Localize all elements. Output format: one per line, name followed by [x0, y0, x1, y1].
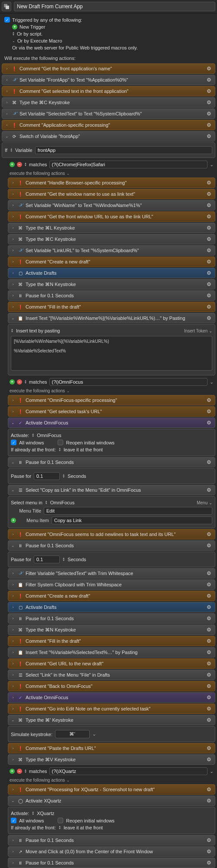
action-keystroke[interactable]: ›⌘Type the ⌘C Keystroke⚙: [2, 97, 215, 108]
macro-title-input[interactable]: [14, 2, 215, 11]
action-set-variable[interactable]: ›𝒳Set Variable "SelectedText" to Text "%…: [2, 108, 215, 119]
action-pause[interactable]: ⌄⏸Pause for 0.1 Seconds⚙: [8, 540, 215, 551]
gear-icon[interactable]: ⚙: [205, 110, 212, 117]
new-trigger-label: New Trigger: [19, 24, 45, 30]
regex-input[interactable]: [49, 767, 207, 775]
reopen-check[interactable]: [58, 440, 63, 445]
gear-icon[interactable]: ⚙: [205, 76, 212, 83]
action-keystroke[interactable]: ›⌘Type the ⌘V Keystroke⚙: [8, 754, 215, 765]
pause-value-input[interactable]: [34, 472, 60, 480]
gear-icon[interactable]: ⚙: [205, 65, 212, 72]
action-comment[interactable]: ›❗Comment "Get the front window URL to u…: [8, 211, 215, 222]
variable-icon: 𝒳: [11, 111, 17, 117]
action-comment[interactable]: ›❗Comment "Get URL to the new draft"⚙: [8, 658, 215, 669]
menu-title-input[interactable]: [44, 507, 212, 515]
switch-icon: ⟳: [11, 133, 17, 139]
action-set-variable[interactable]: ›𝒳Set Variable "FrontApp" to Text "%Appl…: [2, 75, 215, 85]
action-activate[interactable]: ›▢Activate Drafts⚙: [8, 602, 215, 612]
action-insert-text[interactable]: ›📋Insert Text "%Variable%SelectedText%…"…: [8, 647, 215, 658]
add-case-button[interactable]: +: [10, 162, 15, 167]
action-keystroke[interactable]: ›⌘Type the ⌘C Keystroke⚙: [8, 234, 215, 244]
gear-icon[interactable]: ⚙: [205, 133, 212, 140]
menu-item-input[interactable]: [52, 516, 212, 524]
variable-name-input[interactable]: [35, 146, 212, 154]
trigger-enabled-check[interactable]: ✓: [4, 17, 10, 23]
action-comment[interactable]: ›❗Comment "Back to OmniFocus"⚙: [8, 681, 215, 691]
action-comment[interactable]: ›❗Comment "Get the window name to use as…: [8, 189, 215, 199]
action-activate[interactable]: ›✓Activate OmniFocus⚙: [8, 692, 215, 703]
insert-token-button[interactable]: Insert Token ⌄: [184, 329, 212, 333]
titlebar: [0, 0, 217, 13]
comment-icon: ❗: [11, 66, 17, 72]
action-filter[interactable]: ›📋Filter System Clipboard with Trim Whit…: [8, 579, 215, 590]
reopen-check[interactable]: [58, 818, 63, 823]
regex-input[interactable]: [49, 378, 207, 386]
gear-icon[interactable]: ⚙: [205, 88, 212, 95]
action-comment[interactable]: ›❗Comment "Get selected text in the fron…: [2, 86, 215, 96]
add-case-button[interactable]: +: [10, 379, 15, 385]
action-pause[interactable]: ›⏸Pause for 0.1 Seconds⚙: [8, 613, 215, 624]
action-pause[interactable]: ⌄⏸Pause for 0.1 Seconds⚙: [8, 457, 215, 467]
action-set-variable[interactable]: ›𝒳Set Variable "WinName" to Text "%Windo…: [8, 200, 215, 210]
add-menu-item[interactable]: +: [11, 518, 16, 523]
action-keystroke[interactable]: ›⌘Type the ⌘N Keystroke⚙: [8, 625, 215, 635]
action-move-click[interactable]: ›↗Move and Click at (0,0) from the Cente…: [8, 846, 215, 857]
app-icon: ▢: [17, 270, 23, 276]
action-comment[interactable]: ›❗Comment "Create a new draft"⚙: [8, 591, 215, 601]
remove-case-button[interactable]: −: [17, 379, 22, 385]
action-comment[interactable]: ›❗Comment "Fill in the draft"⚙: [8, 302, 215, 312]
action-activate[interactable]: ⌄✓Activate OmniFocus⚙: [8, 418, 215, 428]
add-case-button[interactable]: +: [10, 769, 15, 774]
action-comment[interactable]: ›❗Comment "Create a new draft"⚙: [8, 256, 215, 267]
menu-icon: ☰: [17, 487, 23, 493]
gear-icon[interactable]: ⚙: [205, 99, 212, 106]
action-switch[interactable]: ⌄⟳Switch of Variable "frontApp"⚙: [2, 131, 215, 141]
insert-text-content[interactable]: [%Variable%WinName%](%Variable%LinkURL%)…: [11, 336, 212, 371]
action-comment[interactable]: ›❗Comment "OmniFocus seems to add newlin…: [8, 529, 215, 539]
remove-case-button[interactable]: −: [17, 162, 22, 167]
keyboard-icon: ⌘: [11, 99, 17, 105]
regex-input[interactable]: [49, 161, 207, 168]
keystroke-display[interactable]: ⌘': [55, 730, 90, 738]
action-keystroke[interactable]: ›⌘Type the ⌘L Keystroke⚙: [8, 223, 215, 233]
updown-icon[interactable]: ▲▼: [24, 162, 27, 167]
updown-icon[interactable]: ▲▼: [10, 148, 13, 152]
add-trigger-button[interactable]: +: [12, 24, 17, 30]
triggers-section: ✓Triggered by any of the following: +New…: [0, 13, 217, 54]
all-windows-check[interactable]: ✓: [11, 440, 16, 445]
menu-dropdown[interactable]: Menu ⌄: [197, 500, 212, 505]
action-activate[interactable]: ⌄◯Activate XQuartz⚙: [8, 796, 215, 806]
keystroke-panel: Simulate keystroke:⌘'⌄: [8, 726, 215, 742]
action-comment[interactable]: ›❗Comment "Get the front application's n…: [2, 63, 215, 74]
action-keystroke[interactable]: ›⌘Type the ⌘N Keystroke⚙: [8, 279, 215, 289]
action-pause[interactable]: ›⏸Pause for 0.1 Seconds⚙: [8, 290, 215, 301]
action-pause[interactable]: ›⏸Pause for 0.1 Seconds⚙: [8, 858, 215, 868]
action-comment[interactable]: ›❗Comment "Handle Browser-specific proce…: [8, 178, 215, 188]
menu-panel: Select menu in▲▼OmniFocusMenu ⌄ Menu Tit…: [8, 496, 215, 528]
action-set-variable[interactable]: ›𝒳Set Variable "LinkURL" to Text "%Syste…: [8, 245, 215, 256]
action-keystroke[interactable]: ⌄⌘Type the ⌘' Keystroke⚙: [8, 715, 215, 725]
action-comment[interactable]: ›❗Comment "Processing for XQuartz - Scre…: [8, 784, 215, 795]
action-comment[interactable]: ›❗Comment "OmniFocus-specific processing…: [8, 395, 215, 405]
action-comment[interactable]: ›❗Comment "Go into Edit Note on the curr…: [8, 704, 215, 714]
chevron-right-icon: ›: [5, 66, 9, 71]
action-select-menu[interactable]: ›☰Select "Link" in the Menu "File" in Dr…: [8, 670, 215, 680]
activate-panel: Activate:▲▼XQuartz ✓All windowsReopen in…: [8, 807, 215, 834]
all-windows-check[interactable]: ✓: [11, 818, 16, 823]
case-header: + − ▲▼ matches ⌄: [6, 159, 217, 170]
case-header: + − ▲▼ matches ⌄: [6, 766, 217, 777]
action-select-menu[interactable]: ⌄☰Select "Copy as Link" in the Menu "Edi…: [8, 485, 215, 495]
action-comment[interactable]: ›❗Comment "Paste the Drafts URL"⚙: [8, 743, 215, 753]
action-filter[interactable]: ›𝒳Filter Variable "SelectedText" with Tr…: [8, 568, 215, 579]
gear-icon[interactable]: ⚙: [205, 122, 212, 128]
action-activate[interactable]: ›▢Activate Drafts⚙: [8, 268, 215, 278]
insert-text-panel: ▲▼Insert text by pastingInsert Token ⌄ […: [8, 324, 215, 375]
action-comment[interactable]: ›❗Comment "Application-specific processi…: [2, 120, 215, 130]
pause-value-input[interactable]: [34, 556, 60, 563]
action-insert-text[interactable]: ⌄📋Insert Text "[%Variable%WinName%](%Var…: [8, 313, 215, 323]
action-comment[interactable]: ›❗Comment "Fill in the draft"⚙: [8, 636, 215, 646]
action-comment[interactable]: ›❗Comment "Get selected task's URL"⚙: [8, 406, 215, 417]
remove-case-button[interactable]: −: [17, 769, 22, 774]
xquartz-icon: ◯: [17, 798, 23, 804]
action-pause[interactable]: ›⏸Pause for 0.1 Seconds⚙: [8, 835, 215, 845]
